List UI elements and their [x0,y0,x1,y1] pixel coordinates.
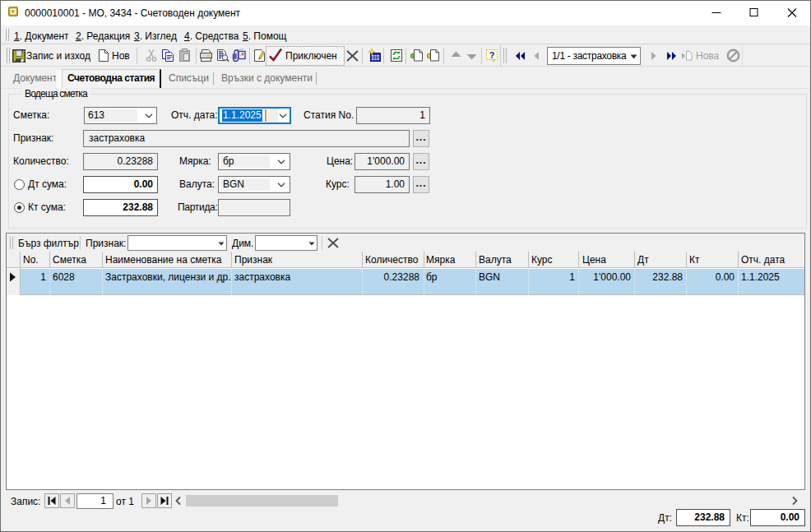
svg-text:?: ? [489,50,495,60]
